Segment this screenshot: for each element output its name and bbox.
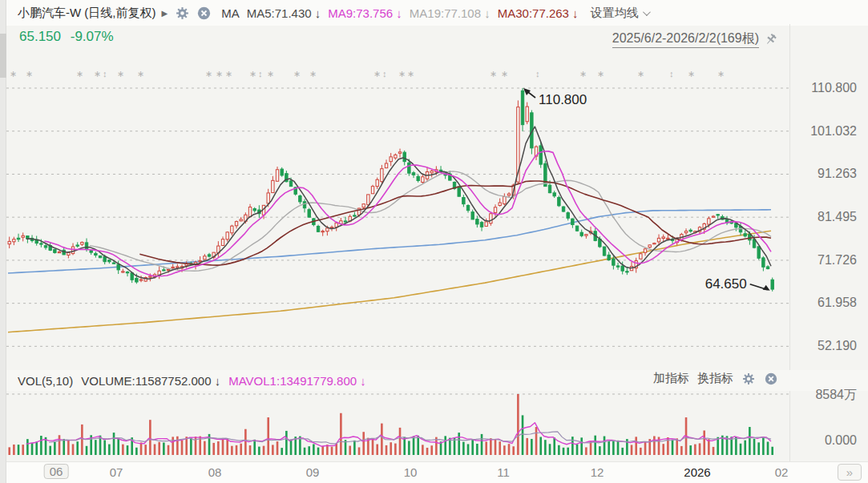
price-axis-label: 71.726 bbox=[818, 253, 857, 268]
mavol1-value: MAVOL1:13491779.800 ↓ bbox=[228, 374, 366, 388]
price-axis-label: 91.263 bbox=[818, 167, 857, 181]
ma-group-label: MA bbox=[221, 6, 240, 20]
left-edge-scrollbar[interactable] bbox=[0, 0, 6, 483]
chevron-down-icon bbox=[643, 8, 651, 16]
time-axis-label: 11 bbox=[497, 465, 510, 479]
candlestick-chart-canvas[interactable]: ∗∗∗∗↕∗∗∗∗∗∗↕∗∗∗∗↕∗∗∗∗↕∗∗∗↕∗∗110.80064.65… bbox=[6, 48, 789, 367]
svg-text:∗: ∗ bbox=[688, 69, 695, 78]
time-axis-label: 10 bbox=[404, 465, 418, 479]
time-axis-label: 2026 bbox=[684, 465, 710, 479]
volume-chart-canvas[interactable] bbox=[6, 389, 789, 457]
time-axis-label: 09 bbox=[306, 465, 320, 479]
svg-text:∗: ∗ bbox=[597, 69, 604, 78]
price-axis-label: 81.495 bbox=[818, 210, 857, 224]
svg-text:∗: ∗ bbox=[490, 69, 497, 78]
date-range-link[interactable]: 2025/6/2-2026/2/2(169根) bbox=[612, 30, 759, 48]
svg-text:∗: ∗ bbox=[309, 69, 317, 78]
switch-indicator-button[interactable]: 换指标 bbox=[697, 371, 733, 386]
svg-text:64.650: 64.650 bbox=[705, 276, 747, 292]
svg-text:∗: ∗ bbox=[407, 69, 414, 78]
ma5-value: MA5:71.430 ↓ bbox=[247, 6, 321, 20]
svg-text:∗: ∗ bbox=[117, 69, 124, 78]
scrollbar-thumb[interactable] bbox=[0, 34, 6, 78]
volume-value: VOLUME:11587752.000 ↓ bbox=[81, 374, 220, 388]
last-price: 65.150 bbox=[19, 29, 61, 44]
svg-text:↕: ↕ bbox=[669, 69, 674, 78]
svg-text:∗: ∗ bbox=[579, 69, 587, 78]
close-icon[interactable] bbox=[196, 6, 211, 20]
date-range-row: 2025/6/2-2026/2/2(169根) bbox=[612, 30, 778, 48]
svg-text:∗: ∗ bbox=[10, 69, 17, 78]
price-axis-label: 110.800 bbox=[811, 81, 857, 95]
price-axis-label: 101.032 bbox=[810, 124, 857, 139]
price-axis-label: 52.190 bbox=[818, 339, 857, 353]
svg-text:∗: ∗ bbox=[637, 69, 644, 78]
volume-gear-icon[interactable] bbox=[741, 372, 756, 386]
volume-axis-zero: 0.000 bbox=[825, 433, 857, 448]
symbol-title: 小鹏汽车-W (日线,前复权) bbox=[18, 6, 155, 21]
svg-text:∗: ∗ bbox=[293, 69, 301, 78]
svg-text:∗: ∗ bbox=[216, 69, 223, 78]
ma9-value: MA9:73.756 ↓ bbox=[328, 6, 402, 20]
svg-text:∗: ∗ bbox=[398, 69, 406, 78]
svg-text:∗: ∗ bbox=[225, 69, 232, 78]
time-axis-label: 08 bbox=[208, 465, 222, 479]
svg-text:∗: ∗ bbox=[137, 69, 144, 78]
svg-text:∗: ∗ bbox=[373, 69, 381, 78]
svg-text:↕: ↕ bbox=[382, 69, 387, 78]
time-axis: 06070809101112202602 » bbox=[6, 461, 868, 483]
last-quote: 65.150 -9.07% bbox=[19, 29, 114, 45]
time-axis-month-button[interactable]: 06 bbox=[44, 464, 69, 479]
axis-separator bbox=[789, 24, 790, 461]
chart-header: 小鹏汽车-W (日线,前复权) ▶ MA MA5:71.430 ↓ MA9:73… bbox=[6, 0, 868, 26]
svg-text:∗: ∗ bbox=[26, 69, 33, 78]
price-axis-label: 61.958 bbox=[818, 296, 857, 310]
add-indicator-button[interactable]: 加指标 bbox=[653, 371, 689, 386]
vol-indicator-label: VOL(5,10) bbox=[18, 374, 73, 388]
change-percent: -9.07% bbox=[71, 29, 114, 44]
svg-text:∗: ∗ bbox=[717, 69, 725, 78]
svg-text:∗: ∗ bbox=[94, 69, 101, 78]
svg-text:∗: ∗ bbox=[267, 69, 274, 78]
volume-close-icon[interactable] bbox=[764, 372, 778, 386]
svg-text:↕: ↕ bbox=[535, 69, 540, 78]
time-axis-label: 12 bbox=[591, 465, 604, 479]
next-page-button[interactable]: » bbox=[838, 464, 862, 481]
svg-text:↕: ↕ bbox=[258, 69, 263, 78]
set-ma-lines-button[interactable]: 设置均线 bbox=[591, 6, 648, 21]
ma30-value: MA30:77.263 ↓ bbox=[498, 6, 579, 20]
volume-axis-max: 8584万 bbox=[815, 387, 857, 404]
time-axis-label: 07 bbox=[110, 465, 123, 479]
svg-text:∗: ∗ bbox=[501, 69, 508, 78]
svg-text:∗: ∗ bbox=[249, 69, 256, 78]
expand-arrow-icon[interactable]: ▶ bbox=[161, 9, 168, 18]
svg-text:110.800: 110.800 bbox=[539, 92, 587, 107]
svg-text:∗: ∗ bbox=[205, 69, 212, 78]
pin-icon[interactable] bbox=[764, 32, 778, 46]
svg-text:∗: ∗ bbox=[76, 69, 83, 78]
volume-header-tools: 加指标 换指标 bbox=[653, 371, 778, 386]
time-axis-label: 02 bbox=[775, 465, 789, 479]
ma19-value: MA19:77.108 ↓ bbox=[410, 6, 491, 20]
gear-icon[interactable] bbox=[175, 6, 189, 20]
svg-text:↕: ↕ bbox=[103, 69, 107, 78]
chart-window: 小鹏汽车-W (日线,前复权) ▶ MA MA5:71.430 ↓ MA9:73… bbox=[0, 0, 868, 483]
